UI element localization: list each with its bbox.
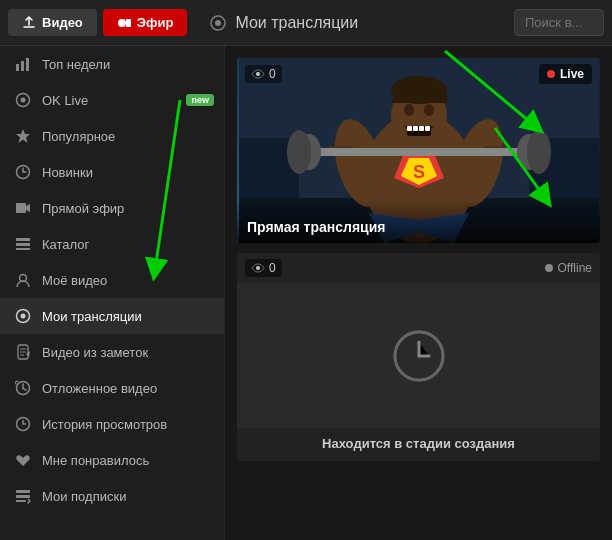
sidebar-label-deferred: Отложенное видео <box>42 381 157 396</box>
ok-live-icon <box>14 91 32 109</box>
sidebar-label-ok-live: OK Live <box>42 93 88 108</box>
svg-point-16 <box>21 314 26 319</box>
my-streams-icon <box>14 307 32 325</box>
subscriptions-icon <box>14 487 32 505</box>
stream-card-title: Прямая трансляция <box>237 199 600 243</box>
svg-rect-40 <box>419 126 424 131</box>
page-title-area: Мои трансляции <box>193 14 514 32</box>
svg-point-3 <box>215 20 221 26</box>
body: Топ недели OK Live new Популярное <box>0 46 612 540</box>
sidebar-label-top-week: Топ недели <box>42 57 110 72</box>
offline-card-footer: Находится в стадии создания <box>237 428 600 461</box>
sidebar-label-my-video: Моё видео <box>42 273 107 288</box>
chart-icon <box>14 55 32 73</box>
catalog-icon <box>14 235 32 253</box>
like-icon <box>14 451 32 469</box>
video-button[interactable]: Видео <box>8 9 97 36</box>
stream-overlay-top: 0 Live <box>237 58 600 90</box>
new-badge: new <box>186 94 214 106</box>
svg-rect-38 <box>407 126 412 131</box>
stream-card-offline[interactable]: 0 Offline Находится в стадии со <box>237 253 600 461</box>
offline-view-value: 0 <box>269 261 276 275</box>
video-button-label: Видео <box>42 15 83 30</box>
history-icon <box>14 415 32 433</box>
offline-thumbnail <box>237 283 600 428</box>
svg-rect-21 <box>16 500 26 502</box>
sidebar-item-my-streams[interactable]: Мои трансляции <box>0 298 224 334</box>
sidebar-label-direct: Прямой эфир <box>42 201 124 216</box>
svg-rect-41 <box>425 126 430 131</box>
upload-icon <box>22 16 36 30</box>
sidebar-label-history: История просмотров <box>42 417 167 432</box>
sidebar-label-popular: Популярное <box>42 129 115 144</box>
svg-rect-12 <box>16 243 30 246</box>
svg-rect-10 <box>16 203 26 213</box>
svg-rect-1 <box>126 19 131 27</box>
live-indicator-dot <box>547 70 555 78</box>
svg-point-0 <box>118 19 126 27</box>
live-badge: Live <box>539 64 592 84</box>
svg-point-48 <box>527 130 551 174</box>
stream-thumbnail-live: S <box>237 58 600 243</box>
header: Видео Эфир Мои трансляции <box>0 0 612 46</box>
live-badge-text: Live <box>560 67 584 81</box>
sidebar-item-history[interactable]: История просмотров <box>0 406 224 442</box>
sidebar-label-notes-video: Видео из заметок <box>42 345 148 360</box>
main-content: S <box>225 46 612 540</box>
new-items-icon <box>14 163 32 181</box>
sidebar-item-deferred[interactable]: Отложенное видео <box>0 370 224 406</box>
sidebar-item-new[interactable]: Новинки <box>0 154 224 190</box>
page-title: Мои трансляции <box>235 14 358 32</box>
clock-icon <box>393 330 445 382</box>
svg-point-50 <box>256 266 260 270</box>
sidebar-label-new: Новинки <box>42 165 93 180</box>
svg-rect-13 <box>16 248 30 250</box>
sidebar-item-direct[interactable]: Прямой эфир <box>0 190 224 226</box>
offline-view-count: 0 <box>245 259 282 277</box>
clock-svg <box>393 330 445 382</box>
svg-point-49 <box>256 72 260 76</box>
sidebar-item-notes-video[interactable]: Видео из заметок <box>0 334 224 370</box>
svg-point-46 <box>287 130 311 174</box>
sidebar-item-top-week[interactable]: Топ недели <box>0 46 224 82</box>
direct-icon <box>14 199 32 217</box>
sidebar-item-my-video[interactable]: Моё видео <box>0 262 224 298</box>
offline-card-top: 0 Offline <box>237 253 600 283</box>
offline-eye-icon <box>251 263 265 273</box>
sidebar-item-liked[interactable]: Мне понравилось <box>0 442 224 478</box>
offline-status: Offline <box>545 261 592 275</box>
svg-point-36 <box>424 104 434 116</box>
offline-overlay-top: 0 Offline <box>237 253 600 283</box>
sidebar: Топ недели OK Live new Популярное <box>0 46 225 540</box>
sidebar-item-ok-live[interactable]: OK Live new <box>0 82 224 118</box>
svg-rect-5 <box>21 61 24 71</box>
my-video-icon <box>14 271 32 289</box>
sidebar-label-liked: Мне понравилось <box>42 453 149 468</box>
svg-point-35 <box>404 104 414 116</box>
svg-rect-20 <box>16 495 30 498</box>
sidebar-label-subscriptions: Мои подписки <box>42 489 126 504</box>
svg-rect-11 <box>16 238 30 241</box>
sidebar-item-popular[interactable]: Популярное <box>0 118 224 154</box>
offline-indicator-dot <box>545 264 553 272</box>
sidebar-item-subscriptions[interactable]: Мои подписки <box>0 478 224 514</box>
notes-icon <box>14 343 32 361</box>
svg-rect-44 <box>299 148 539 156</box>
svg-rect-6 <box>26 58 29 71</box>
live-record-icon <box>117 18 131 28</box>
live-button-label: Эфир <box>137 15 174 30</box>
offline-card-title: Находится в стадии создания <box>322 436 515 451</box>
eye-icon <box>251 69 265 79</box>
svg-point-8 <box>21 98 26 103</box>
view-count: 0 <box>245 65 282 83</box>
svg-text:S: S <box>412 162 424 182</box>
search-input[interactable] <box>514 9 604 36</box>
svg-rect-19 <box>16 490 30 493</box>
svg-rect-39 <box>413 126 418 131</box>
svg-rect-4 <box>16 64 19 71</box>
view-count-value: 0 <box>269 67 276 81</box>
live-button[interactable]: Эфир <box>103 9 188 36</box>
sidebar-item-catalog[interactable]: Каталог <box>0 226 224 262</box>
stream-card-live[interactable]: S <box>237 58 600 243</box>
popular-icon <box>14 127 32 145</box>
